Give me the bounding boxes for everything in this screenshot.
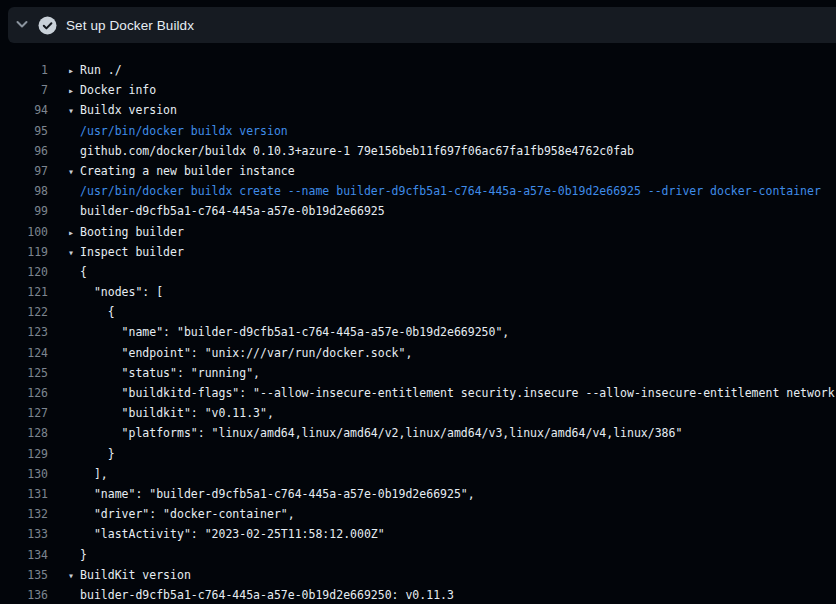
log-line: 135 ▾BuildKit version (0, 565, 836, 585)
line-number[interactable]: 99 (0, 201, 48, 221)
line-number[interactable]: 124 (0, 343, 48, 363)
disclosure-triangle-icon: ▾ (68, 243, 80, 263)
log-line: 133 "lastActivity": "2023-02-25T11:58:12… (0, 524, 836, 544)
log-line: 126 "buildkitd-flags": "--allow-insecure… (0, 383, 836, 403)
log-line: 132 "driver": "docker-container", (0, 504, 836, 524)
log-text: } (80, 447, 115, 461)
line-number[interactable]: 132 (0, 504, 48, 524)
log-text: Buildx version (80, 103, 177, 117)
line-number[interactable]: 130 (0, 464, 48, 484)
log-line: 128 "platforms": "linux/amd64,linux/amd6… (0, 423, 836, 443)
log-line: 119 ▾Inspect builder (0, 242, 836, 262)
collapse-step-button[interactable] (14, 17, 30, 33)
line-number[interactable]: 121 (0, 282, 48, 302)
line-number[interactable]: 133 (0, 524, 48, 544)
disclosure-triangle-icon: ▾ (68, 162, 80, 182)
line-number[interactable]: 134 (0, 545, 48, 565)
line-number[interactable]: 98 (0, 181, 48, 201)
line-number[interactable]: 126 (0, 383, 48, 403)
line-number[interactable]: 127 (0, 403, 48, 423)
log-text: "endpoint": "unix:///var/run/docker.sock… (80, 346, 412, 360)
log-lines: 1 ▸Run ./ 7 ▸Docker info 94 ▾Buildx vers… (0, 60, 836, 604)
line-number[interactable]: 119 (0, 242, 48, 262)
log-text: "status": "running", (80, 366, 260, 380)
log-line: 99 builder-d9cfb5a1-c764-445a-a57e-0b19d… (0, 201, 836, 221)
log-text: { (80, 265, 87, 279)
log-line: 125 "status": "running", (0, 363, 836, 383)
disclosure-triangle-icon: ▸ (68, 81, 80, 101)
log-line: 130 ], (0, 464, 836, 484)
log-line: 97 ▾Creating a new builder instance (0, 161, 836, 181)
disclosure-triangle-icon: ▾ (68, 566, 80, 586)
log-line: 123 "name": "builder-d9cfb5a1-c764-445a-… (0, 322, 836, 342)
log-text: Inspect builder (80, 245, 184, 259)
line-number[interactable]: 1 (0, 60, 48, 80)
log-text: Creating a new builder instance (80, 164, 295, 178)
log-line: 1 ▸Run ./ (0, 60, 836, 80)
line-number[interactable]: 120 (0, 262, 48, 282)
line-number[interactable]: 128 (0, 423, 48, 443)
disclosure-triangle-icon: ▸ (68, 61, 80, 81)
log-container: 1 ▸Run ./ 7 ▸Docker info 94 ▾Buildx vers… (0, 43, 836, 604)
log-text: Run ./ (80, 63, 122, 77)
log-text: "buildkit": "v0.11.3", (80, 406, 274, 420)
log-line: 120 { (0, 262, 836, 282)
log-line: 7 ▸Docker info (0, 80, 836, 100)
step-header[interactable]: Set up Docker Buildx (8, 7, 836, 43)
log-line: 100 ▸Booting builder (0, 222, 836, 242)
line-number[interactable]: 96 (0, 141, 48, 161)
log-text: } (80, 548, 87, 562)
log-line: 96 github.com/docker/buildx 0.10.3+azure… (0, 141, 836, 161)
log-line: 122 { (0, 302, 836, 322)
log-text: "name": "builder-d9cfb5a1-c764-445a-a57e… (80, 325, 509, 339)
line-number[interactable]: 122 (0, 302, 48, 322)
line-number[interactable]: 95 (0, 121, 48, 141)
check-circle-icon (38, 16, 57, 35)
log-line: 127 "buildkit": "v0.11.3", (0, 403, 836, 423)
log-text: github.com/docker/buildx 0.10.3+azure-1 … (80, 144, 634, 158)
log-text: /usr/bin/docker buildx create --name bui… (80, 184, 821, 198)
line-number[interactable]: 97 (0, 161, 48, 181)
line-number[interactable]: 100 (0, 222, 48, 242)
log-text: "buildkitd-flags": "--allow-insecure-ent… (80, 386, 835, 400)
log-line: 94 ▾Buildx version (0, 100, 836, 120)
log-line: 129 } (0, 444, 836, 464)
log-line: 124 "endpoint": "unix:///var/run/docker.… (0, 343, 836, 363)
log-text: BuildKit version (80, 568, 191, 582)
log-line: 131 "name": "builder-d9cfb5a1-c764-445a-… (0, 484, 836, 504)
log-line: 136 builder-d9cfb5a1-c764-445a-a57e-0b19… (0, 585, 836, 604)
log-text: builder-d9cfb5a1-c764-445a-a57e-0b19d2e6… (80, 588, 454, 602)
step-title: Set up Docker Buildx (66, 18, 194, 33)
log-text: "lastActivity": "2023-02-25T11:58:12.000… (80, 527, 385, 541)
line-number[interactable]: 135 (0, 565, 48, 585)
log-text: builder-d9cfb5a1-c764-445a-a57e-0b19d2e6… (80, 204, 385, 218)
disclosure-triangle-icon: ▾ (68, 101, 80, 121)
log-line: 95 /usr/bin/docker buildx version (0, 121, 836, 141)
log-line: 134 } (0, 545, 836, 565)
line-number[interactable]: 136 (0, 585, 48, 604)
log-line: 98 /usr/bin/docker buildx create --name … (0, 181, 836, 201)
disclosure-triangle-icon: ▸ (68, 223, 80, 243)
line-number[interactable]: 94 (0, 100, 48, 120)
log-text: Docker info (80, 83, 156, 97)
log-text: "platforms": "linux/amd64,linux/amd64/v2… (80, 426, 682, 440)
log-line: 121 "nodes": [ (0, 282, 836, 302)
log-text: ], (80, 467, 108, 481)
log-text: { (80, 305, 115, 319)
line-number[interactable]: 125 (0, 363, 48, 383)
line-number[interactable]: 131 (0, 484, 48, 504)
log-text: "name": "builder-d9cfb5a1-c764-445a-a57e… (80, 487, 475, 501)
log-text: "driver": "docker-container", (80, 507, 295, 521)
chevron-down-icon (14, 16, 30, 35)
line-number[interactable]: 7 (0, 80, 48, 100)
line-number[interactable]: 129 (0, 444, 48, 464)
log-text: /usr/bin/docker buildx version (80, 124, 288, 138)
line-number[interactable]: 123 (0, 322, 48, 342)
log-text: Booting builder (80, 225, 184, 239)
log-text: "nodes": [ (80, 285, 163, 299)
